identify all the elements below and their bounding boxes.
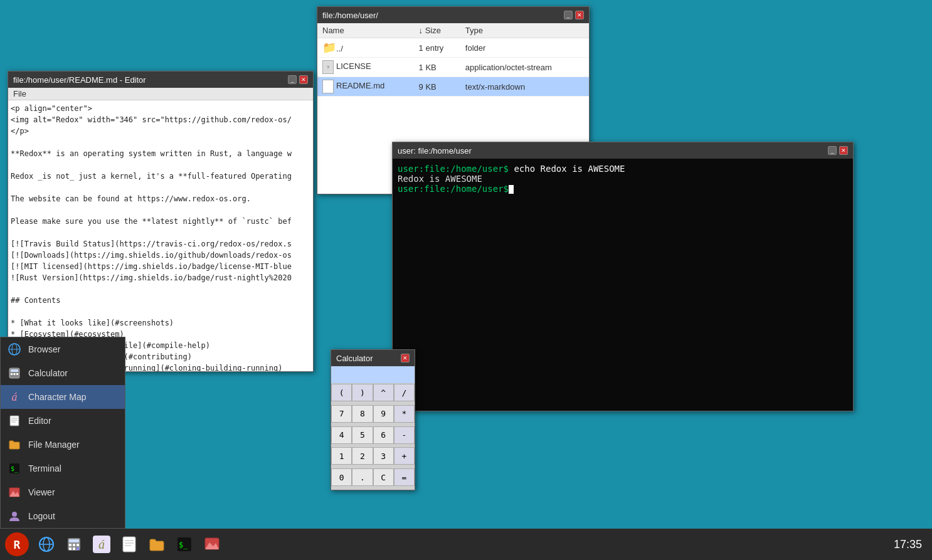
browser-taskbar-icon[interactable] <box>34 532 58 556</box>
menu-item-filemanager[interactable]: File Manager <box>1 433 125 457</box>
menu-item-calculator[interactable]: Calculator <box>1 361 125 385</box>
calc-btn-add[interactable]: + <box>394 447 415 465</box>
calculator-controls: ✕ <box>401 354 410 362</box>
col-size[interactable]: ↓ Size <box>414 23 460 38</box>
svg-rect-8 <box>10 416 19 426</box>
charmap-menu-icon: á <box>7 389 22 404</box>
editor-menu-icon <box>7 413 22 428</box>
calc-btn-sub[interactable]: - <box>394 426 415 444</box>
calculator-close[interactable]: ✕ <box>401 354 410 362</box>
menu-item-editor[interactable]: Editor <box>1 409 125 433</box>
folder-icon: 📁 <box>322 41 336 54</box>
calc-btn-eq[interactable]: = <box>394 468 415 486</box>
terminal-title: user: file:/home/user <box>398 146 828 156</box>
svg-rect-22 <box>69 544 71 546</box>
terminal-prompt-1: user:file:/home/user$ <box>398 164 509 174</box>
menu-item-browser[interactable]: Browser <box>1 337 125 361</box>
calculator-menu-icon <box>7 366 22 381</box>
calc-btn-rparen[interactable]: ) <box>352 384 373 401</box>
terminal-window: user: file:/home/user _ ✕ user:file:/hom… <box>392 142 854 411</box>
editor-title: file:/home/user/README.md - Editor <box>13 75 288 85</box>
svg-text:$_: $_ <box>179 541 188 549</box>
file-manager-close[interactable]: ✕ <box>575 11 584 19</box>
svg-rect-21 <box>69 539 79 542</box>
calc-btn-4[interactable]: 4 <box>331 426 352 444</box>
calc-btn-2[interactable]: 2 <box>352 447 373 465</box>
calc-btn-lparen[interactable]: ( <box>331 384 352 401</box>
svg-rect-4 <box>11 369 18 372</box>
calc-btn-5[interactable]: 5 <box>352 426 373 444</box>
viewer-taskbar-icon[interactable] <box>200 532 224 556</box>
editor-taskbar-icon[interactable] <box>117 532 141 556</box>
file-manager-titlebar[interactable]: file:/home/user/ _ ✕ <box>317 7 589 23</box>
menu-label-viewer: Viewer <box>28 487 55 497</box>
terminal-prompt-2: user:file:/home/user$ <box>398 184 509 194</box>
calculator-titlebar[interactable]: Calculator ✕ <box>331 350 415 366</box>
terminal-taskbar-icon[interactable]: $_ <box>172 532 196 556</box>
calc-btn-7[interactable]: 7 <box>331 405 352 423</box>
menu-label-charmap: Character Map <box>28 392 87 402</box>
calc-btn-0[interactable]: 0 <box>331 468 352 486</box>
redox-menu-button[interactable]: R <box>5 532 29 556</box>
terminal-titlebar[interactable]: user: file:/home/user _ ✕ <box>393 142 853 159</box>
svg-rect-25 <box>69 547 71 550</box>
desktop: file:/home/user/ _ ✕ Name ↓ Size Type 📁.… <box>0 0 932 560</box>
table-row[interactable]: ?LICENSE 1 KB application/octet-stream <box>317 58 589 77</box>
calculator-taskbar-icon[interactable] <box>62 532 86 556</box>
menu-item-charmap[interactable]: á Character Map <box>1 385 125 409</box>
table-row[interactable]: README.md 9 KB text/x-markdown <box>317 77 589 97</box>
table-row[interactable]: 📁../ 1 entry folder <box>317 38 589 58</box>
file-manager-controls: _ ✕ <box>564 11 584 19</box>
calc-btn-1[interactable]: 1 <box>331 447 352 465</box>
menu-item-logout[interactable]: Logout <box>1 504 125 528</box>
terminal-output-1: Redox is AWESOME <box>398 174 482 184</box>
browser-menu-icon <box>7 342 22 357</box>
filemanager-menu-icon <box>7 437 22 452</box>
menu-label-filemanager: File Manager <box>28 440 80 450</box>
svg-rect-6 <box>14 373 16 375</box>
calc-btn-3[interactable]: 3 <box>373 447 394 465</box>
editor-titlebar[interactable]: file:/home/user/README.md - Editor _ ✕ <box>8 71 313 88</box>
col-name[interactable]: Name <box>317 23 414 38</box>
calculator-title: Calculator <box>336 354 401 363</box>
logout-menu-icon <box>7 509 22 524</box>
terminal-minimize[interactable]: _ <box>828 146 837 155</box>
calc-btn-clear[interactable]: C <box>373 468 394 486</box>
editor-window: file:/home/user/README.md - Editor _ ✕ F… <box>8 71 314 372</box>
taskbar: R á $_ 17:35 <box>0 529 932 560</box>
calc-btn-9[interactable]: 9 <box>373 405 394 423</box>
file-manager-minimize[interactable]: _ <box>564 11 573 19</box>
svg-rect-5 <box>11 373 13 375</box>
editor-menu[interactable]: File <box>8 88 313 100</box>
calc-btn-dot[interactable]: . <box>352 468 373 486</box>
calc-btn-6[interactable]: 6 <box>373 426 394 444</box>
taskbar-time: 17:35 <box>894 538 922 551</box>
terminal-cmd-1: echo Redox is AWESOME <box>509 164 625 174</box>
calc-display <box>331 366 415 384</box>
editor-close[interactable]: ✕ <box>299 75 308 84</box>
files-taskbar-icon[interactable] <box>145 532 169 556</box>
col-type[interactable]: Type <box>460 23 589 38</box>
terminal-close[interactable]: ✕ <box>839 146 848 155</box>
editor-minimize[interactable]: _ <box>288 75 297 84</box>
terminal-controls: _ ✕ <box>828 146 848 155</box>
calc-buttons: ( ) ^ / 7 8 9 * 4 5 6 - 1 2 3 + 0 . C = <box>331 384 415 490</box>
calc-btn-pow[interactable]: ^ <box>373 384 394 401</box>
svg-rect-27 <box>77 547 79 550</box>
svg-text:$_: $_ <box>11 465 19 473</box>
terminal-content[interactable]: user:file:/home/user$ echo Redox is AWES… <box>393 159 853 411</box>
svg-rect-7 <box>16 373 18 375</box>
calc-btn-div[interactable]: / <box>394 384 415 401</box>
svg-point-16 <box>12 512 17 517</box>
viewer-menu-icon <box>7 485 22 500</box>
menu-item-viewer[interactable]: Viewer <box>1 480 125 504</box>
calc-btn-mul[interactable]: * <box>394 405 415 423</box>
calc-btn-8[interactable]: 8 <box>352 405 373 423</box>
charmap-taskbar-icon[interactable]: á <box>90 532 114 556</box>
menu-item-terminal[interactable]: $_ Terminal <box>1 457 125 480</box>
svg-rect-26 <box>73 547 75 550</box>
calculator-window: Calculator ✕ ( ) ^ / 7 8 9 * 4 5 6 - 1 2… <box>331 349 415 490</box>
file-manager-title: file:/home/user/ <box>322 11 564 20</box>
menu-label-editor: Editor <box>28 416 51 426</box>
editor-content[interactable]: <p align="center"> <img alt="Redox" widt… <box>8 100 313 371</box>
